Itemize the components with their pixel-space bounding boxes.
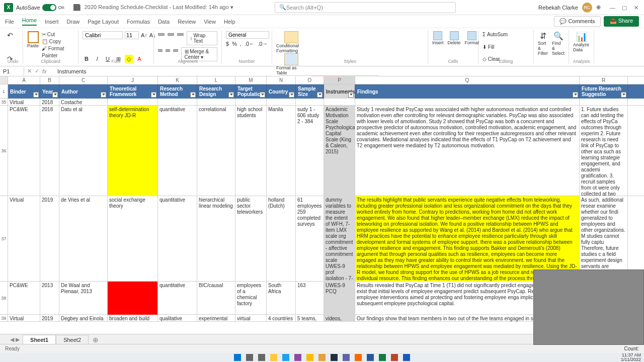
- cell[interactable]: 1. Future studies can add testing the ef…: [580, 106, 628, 196]
- cell[interactable]: Virtual: [8, 315, 40, 322]
- delete-button[interactable]: Delete: [448, 31, 461, 45]
- cell[interactable]: de Vries et al: [59, 196, 108, 282]
- cell[interactable]: [580, 99, 628, 106]
- cell[interactable]: quantitative: [158, 196, 197, 282]
- filter-icon[interactable]: [621, 92, 626, 98]
- format-painter-button[interactable]: 🖌 Format Painter: [42, 45, 74, 59]
- teams-icon[interactable]: [343, 354, 350, 361]
- cell[interactable]: 5 teams, 46: [296, 315, 324, 322]
- font-name-select[interactable]: [83, 31, 123, 39]
- menu-draw[interactable]: Draw: [67, 19, 80, 25]
- cell[interactable]: [158, 99, 197, 106]
- task-view-icon[interactable]: [258, 354, 265, 361]
- comments-button[interactable]: 💬 Comments: [554, 16, 600, 27]
- save-icon[interactable]: [73, 4, 80, 11]
- app-icon-2[interactable]: [318, 354, 326, 361]
- align-left-icon[interactable]: [158, 47, 163, 53]
- cell[interactable]: quantitative: [158, 282, 197, 315]
- cell[interactable]: experimental: [197, 315, 235, 322]
- currency-icon[interactable]: $: [226, 41, 229, 47]
- cell[interactable]: As such, additional resear examine wheth…: [580, 196, 628, 282]
- cell[interactable]: 2018: [40, 99, 59, 106]
- align-right-icon[interactable]: [173, 47, 178, 53]
- cell[interactable]: correlational: [197, 106, 235, 196]
- cell[interactable]: South Africa: [267, 282, 296, 315]
- table-header[interactable]: Findings: [355, 84, 580, 99]
- table-header[interactable]: Future Research Suggestio: [580, 84, 628, 99]
- align-top-icon[interactable]: [158, 31, 165, 37]
- cell[interactable]: virtual project: [235, 315, 267, 322]
- table-header[interactable]: Research Method: [158, 84, 197, 99]
- tab-sheet1[interactable]: Sheet1: [23, 335, 56, 344]
- col-header-J[interactable]: J: [108, 76, 158, 84]
- edge-icon[interactable]: [282, 354, 289, 361]
- menu-page-layout[interactable]: Page Layout: [88, 19, 119, 25]
- avatar[interactable]: RC: [582, 3, 592, 13]
- cell[interactable]: quantitative: [158, 106, 197, 196]
- align-bot-icon[interactable]: [177, 31, 184, 37]
- excel-taskbar-icon[interactable]: [379, 354, 386, 361]
- filter-icon[interactable]: [289, 92, 294, 98]
- col-header-M[interactable]: M: [235, 76, 267, 84]
- cell[interactable]: social exchange theory: [108, 196, 158, 282]
- filter-icon[interactable]: [33, 92, 39, 98]
- cell[interactable]: holland (Dutch): [267, 196, 296, 282]
- cell[interactable]: broaden and build: [108, 315, 158, 322]
- col-header-R[interactable]: R: [580, 76, 628, 84]
- comma-icon[interactable]: ,: [240, 41, 242, 47]
- cell[interactable]: [324, 99, 355, 106]
- menu-view[interactable]: View: [204, 19, 216, 25]
- cell[interactable]: De Waal and Pienaar, 2013: [59, 282, 108, 315]
- table-header[interactable]: Country: [267, 84, 296, 99]
- autosum-button[interactable]: Σ AutoSum: [482, 31, 529, 38]
- cancel-formula-icon[interactable]: ✕: [27, 68, 32, 74]
- cell[interactable]: public sector teleworkers: [235, 196, 267, 282]
- cell[interactable]: BIC/causal: [197, 282, 235, 315]
- align-mid-icon[interactable]: [168, 31, 174, 37]
- cell[interactable]: Datu et al: [59, 106, 108, 196]
- inc-decimal-icon[interactable]: .0←: [245, 41, 255, 47]
- fill-button[interactable]: ⬇ Fill: [482, 44, 529, 51]
- menu-data[interactable]: Data: [158, 19, 170, 25]
- menu-help[interactable]: Help: [224, 19, 235, 25]
- close-icon[interactable]: ✕: [634, 5, 640, 11]
- cell[interactable]: employees of a chemical factory: [235, 282, 267, 315]
- col-header-A[interactable]: A: [8, 76, 40, 84]
- globe-icon[interactable]: ⊕: [596, 4, 601, 11]
- cell[interactable]: UWES-9 PCQ: [324, 282, 355, 315]
- add-sheet-button[interactable]: ⊕: [93, 336, 99, 344]
- cell[interactable]: 2018: [40, 106, 59, 196]
- menu-formulas[interactable]: Formulas: [127, 19, 150, 25]
- clock[interactable]: 11:37 AM1/11/2022: [621, 353, 641, 362]
- sort-filter-button[interactable]: ⇵Sort & Filter: [538, 31, 548, 56]
- filter-icon[interactable]: [573, 92, 578, 98]
- outlook-icon[interactable]: [403, 354, 410, 361]
- user-name[interactable]: Rebekah Clarke: [538, 5, 578, 11]
- cell[interactable]: Manila: [267, 106, 296, 196]
- filter-icon[interactable]: [52, 92, 58, 98]
- share-button[interactable]: 📤 Share: [604, 16, 639, 27]
- filter-icon[interactable]: [317, 92, 323, 98]
- cut-button[interactable]: ✂ Cut: [42, 31, 74, 38]
- col-header-O[interactable]: O: [296, 76, 324, 84]
- col-header-Q[interactable]: Q: [355, 76, 580, 84]
- col-header-N[interactable]: N: [267, 76, 296, 84]
- table-header[interactable]: Instruments: [324, 84, 355, 99]
- fx-icon[interactable]: fx: [42, 68, 47, 74]
- search-input[interactable]: 🔍 Search (Alt+Q): [275, 2, 456, 13]
- menu-home[interactable]: Home: [22, 17, 37, 26]
- menu-file[interactable]: File: [5, 19, 14, 25]
- cell[interactable]: [108, 99, 158, 106]
- cell[interactable]: Degbey and Einola: [59, 315, 108, 322]
- cell[interactable]: PC&WE: [8, 282, 40, 315]
- filter-icon[interactable]: [151, 92, 156, 98]
- cell[interactable]: high school students: [235, 106, 267, 196]
- cell[interactable]: 2013: [40, 282, 59, 315]
- minimize-icon[interactable]: —: [610, 5, 616, 11]
- cell[interactable]: [197, 99, 235, 106]
- name-box[interactable]: P1: [0, 67, 24, 75]
- insert-button[interactable]: Insert: [432, 31, 444, 45]
- analyze-data-button[interactable]: 📊Analyze Data: [573, 31, 590, 52]
- cell[interactable]: sudy 1 - 606 study 2 - 384: [296, 106, 324, 196]
- powerpoint-icon[interactable]: [391, 354, 398, 361]
